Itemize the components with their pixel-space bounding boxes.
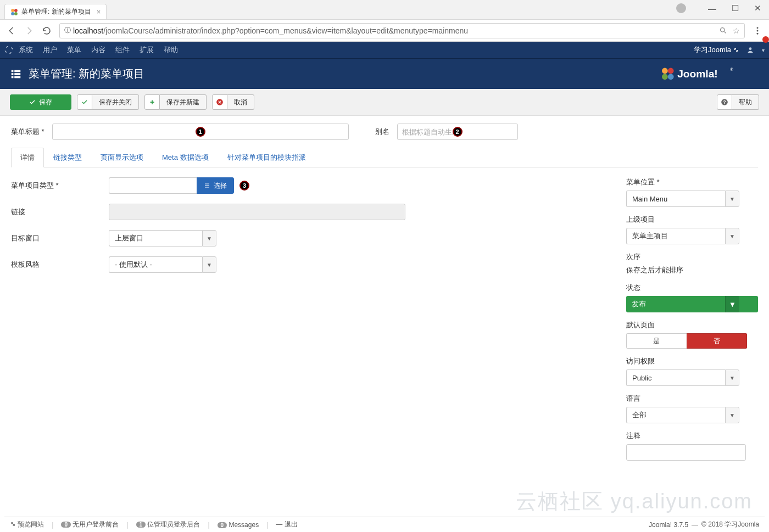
user-icon[interactable] [746, 46, 754, 54]
svg-point-4 [721, 28, 725, 32]
access-select[interactable]: Public ▼ [626, 369, 739, 386]
site-info-icon[interactable]: ⓘ [64, 26, 71, 35]
default-no[interactable]: 否 [687, 333, 748, 349]
user-dropdown-icon[interactable]: ▾ [762, 47, 765, 53]
style-label: 模板风格 [11, 260, 109, 270]
type-label: 菜单项目类型 * [11, 181, 109, 191]
svg-point-1 [14, 9, 18, 12]
cancel-button[interactable]: 取消 [212, 94, 254, 110]
annotation-badge-3: 3 [239, 181, 249, 191]
menu-menus[interactable]: 菜单 [67, 45, 81, 55]
note-label: 注释 [626, 431, 758, 441]
svg-text:?: ? [723, 100, 726, 105]
menu-components[interactable]: 组件 [115, 45, 130, 55]
plus-icon: + [150, 98, 154, 107]
address-bar: ⓘ localhost/joomlaCourse/administrator/i… [0, 20, 769, 42]
svg-point-0 [11, 9, 14, 12]
site-link[interactable]: 学习Joomla [694, 45, 739, 55]
menu-users[interactable]: 用户 [43, 45, 57, 55]
back-icon[interactable] [7, 26, 16, 36]
menu-help[interactable]: 帮助 [164, 45, 178, 55]
minimize-icon[interactable]: — [708, 4, 716, 13]
warning-badge [762, 36, 769, 43]
joomla-favicon [10, 8, 18, 16]
svg-point-6 [757, 30, 759, 31]
menu-location-select[interactable]: Main Menu ▼ [626, 191, 739, 207]
target-select[interactable]: 上层窗口 ▼ [109, 230, 216, 247]
status-label: 状态 [626, 283, 758, 293]
svg-text:®: ® [730, 67, 733, 72]
default-yes[interactable]: 是 [626, 333, 687, 349]
alias-label: 别名 [375, 127, 389, 137]
zoom-icon[interactable] [719, 26, 727, 35]
list-icon [204, 182, 210, 189]
title-input[interactable] [52, 124, 349, 140]
reload-icon[interactable] [42, 26, 52, 36]
tabs: 详情 链接类型 页面显示选项 Meta 数据选项 针对菜单项目的模块指派 [11, 148, 758, 167]
browser-tab[interactable]: 菜单管理: 新的菜单项目 × [4, 4, 107, 19]
alias-input[interactable] [397, 124, 518, 140]
menu-content[interactable]: 内容 [91, 45, 105, 55]
page-header: 菜单管理: 新的菜单项目 Joomla!® [0, 58, 769, 89]
default-label: 默认页面 [626, 320, 758, 330]
chevron-down-icon[interactable]: ▼ [202, 256, 216, 273]
menu-system[interactable]: 系统 [19, 45, 33, 55]
save-button[interactable]: 保存 [10, 94, 71, 110]
parent-select[interactable]: 菜单主项目 ▼ [626, 228, 739, 244]
svg-rect-14 [14, 76, 20, 78]
tab-module-assign[interactable]: 针对菜单项目的模块指派 [218, 148, 315, 167]
svg-rect-11 [12, 73, 14, 75]
joomla-icon[interactable] [4, 46, 13, 54]
order-label: 次序 [626, 252, 758, 262]
admin-top-bar: 系统 用户 菜单 内容 组件 扩展 帮助 学习Joomla ▾ [0, 42, 769, 58]
select-type-button[interactable]: 选择 [197, 177, 234, 194]
menu-icon[interactable] [753, 26, 762, 36]
chevron-down-icon[interactable]: ▼ [725, 296, 739, 312]
note-input[interactable] [626, 444, 746, 461]
language-select[interactable]: 全部 ▼ [626, 407, 739, 423]
status-select[interactable]: 发布 ▼ [626, 296, 758, 312]
url-text: localhost/joomlaCourse/administrator/ind… [73, 26, 719, 35]
tab-page-display[interactable]: 页面显示选项 [91, 148, 153, 167]
title-label: 菜单标题 * [11, 127, 44, 137]
menu-extensions[interactable]: 扩展 [140, 45, 154, 55]
chevron-down-icon[interactable]: ▼ [202, 230, 216, 247]
cancel-icon [216, 98, 224, 106]
language-label: 语言 [626, 394, 758, 404]
svg-point-18 [668, 74, 674, 80]
tab-details[interactable]: 详情 [11, 148, 44, 167]
check-icon [29, 99, 36, 105]
maximize-icon[interactable]: ☐ [732, 3, 739, 13]
help-button[interactable]: ? 帮助 [717, 94, 759, 110]
svg-rect-9 [12, 70, 14, 72]
chevron-down-icon[interactable]: ▼ [725, 228, 739, 244]
chevron-down-icon[interactable]: ▼ [725, 407, 739, 423]
close-window-icon[interactable]: ✕ [754, 3, 761, 13]
default-toggle[interactable]: 是 否 [626, 333, 747, 349]
chevron-down-icon[interactable]: ▼ [725, 191, 739, 207]
svg-point-8 [749, 47, 752, 50]
svg-point-3 [14, 12, 18, 15]
page-title: 菜单管理: 新的菜单项目 [29, 66, 144, 81]
save-close-button[interactable]: 保存并关闭 [77, 94, 139, 110]
menu-location-label: 菜单位置 * [626, 177, 758, 187]
svg-point-5 [757, 27, 759, 29]
star-icon[interactable]: ☆ [733, 26, 740, 35]
tab-link-type[interactable]: 链接类型 [44, 148, 91, 167]
close-tab-icon[interactable]: × [97, 8, 101, 16]
chevron-down-icon[interactable]: ▼ [725, 369, 739, 386]
save-new-button[interactable]: + 保存并新建 [144, 94, 207, 110]
svg-rect-10 [14, 70, 20, 72]
access-label: 访问权限 [626, 356, 758, 366]
svg-point-16 [668, 68, 674, 74]
svg-point-17 [662, 74, 668, 80]
tab-meta[interactable]: Meta 数据选项 [153, 148, 218, 167]
avatar-icon[interactable] [676, 3, 686, 13]
list-icon [10, 68, 22, 80]
check-icon [81, 99, 88, 105]
forward-icon[interactable] [24, 26, 34, 36]
style-select[interactable]: - 使用默认 - ▼ [109, 256, 216, 273]
url-input[interactable]: ⓘ localhost/joomlaCourse/administrator/i… [59, 23, 745, 38]
svg-point-2 [11, 12, 14, 15]
form-right-column: 菜单位置 * Main Menu ▼ 上级项目 菜单主项目 ▼ 次序 保存之后才… [626, 177, 758, 468]
